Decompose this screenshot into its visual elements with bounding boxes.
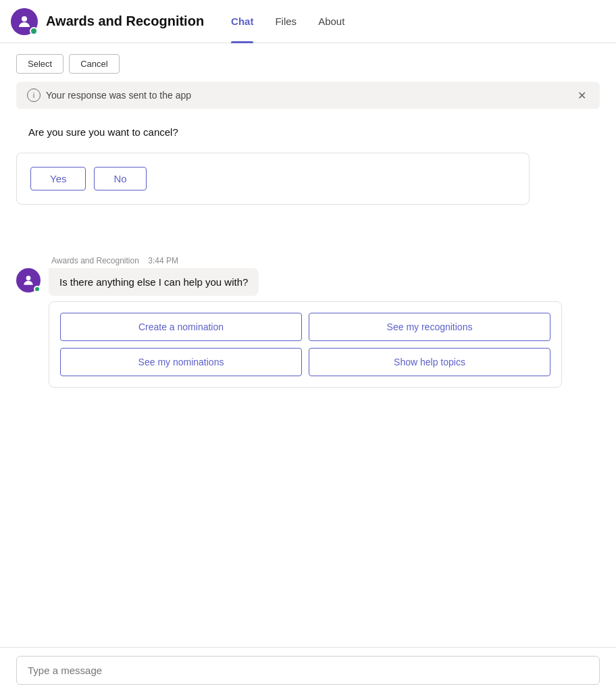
cancel-confirm-text: Are you sure you want to cancel? [28, 126, 178, 138]
action-buttons-grid: Create a nomination See my recognitions … [60, 313, 550, 376]
show-help-topics-button[interactable]: Show help topics [309, 348, 550, 376]
app-header: Awards and Recognition Chat Files About [0, 0, 616, 43]
nav-chat[interactable]: Chat [220, 0, 264, 43]
no-button[interactable]: No [94, 167, 146, 190]
message-meta: Awards and Recognition 3:44 PM [51, 256, 600, 265]
header-nav: Chat Files About [220, 0, 355, 43]
svg-point-1 [26, 276, 31, 280]
cancel-confirm-bubble: Are you sure you want to cancel? [16, 117, 246, 147]
app-title: Awards and Recognition [46, 14, 204, 29]
message-row: Is there anything else I can help you wi… [16, 268, 600, 388]
yes-button[interactable]: Yes [30, 167, 86, 190]
response-sent-banner: i Your response was sent to the app ✕ [16, 82, 600, 109]
online-indicator [30, 27, 38, 35]
cancel-button[interactable]: Cancel [69, 54, 119, 74]
select-cancel-row: Select Cancel [16, 54, 600, 74]
message-content: Is there anything else I can help you wi… [49, 268, 600, 388]
app-avatar [11, 8, 38, 35]
old-message-section: Select Cancel i Your response was sent t… [0, 43, 616, 215]
create-nomination-button[interactable]: Create a nomination [60, 313, 302, 341]
see-nominations-button[interactable]: See my nominations [60, 348, 302, 376]
svg-point-0 [22, 16, 27, 22]
info-icon: i [27, 88, 41, 102]
bot-avatar [16, 268, 41, 292]
see-recognitions-button[interactable]: See my recognitions [309, 313, 550, 341]
select-button[interactable]: Select [16, 54, 63, 74]
message-bubble: Is there anything else I can help you wi… [49, 268, 259, 296]
message-time: 3:44 PM [148, 256, 178, 265]
action-card: Create a nomination See my recognitions … [49, 301, 562, 388]
response-sent-left: i Your response was sent to the app [27, 88, 191, 102]
response-sent-text: Your response was sent to the app [46, 90, 191, 101]
chat-area: Select Cancel i Your response was sent t… [0, 43, 616, 477]
message-input[interactable] [16, 656, 600, 685]
yes-no-card: Yes No [16, 153, 530, 205]
sender-name: Awards and Recognition [51, 256, 139, 265]
banner-close-button[interactable]: ✕ [575, 89, 589, 102]
nav-about[interactable]: About [307, 0, 355, 43]
new-message-section: Awards and Recognition 3:44 PM Is there … [0, 242, 616, 388]
message-input-area [0, 647, 616, 693]
bot-online-dot [34, 286, 41, 292]
nav-files[interactable]: Files [264, 0, 307, 43]
